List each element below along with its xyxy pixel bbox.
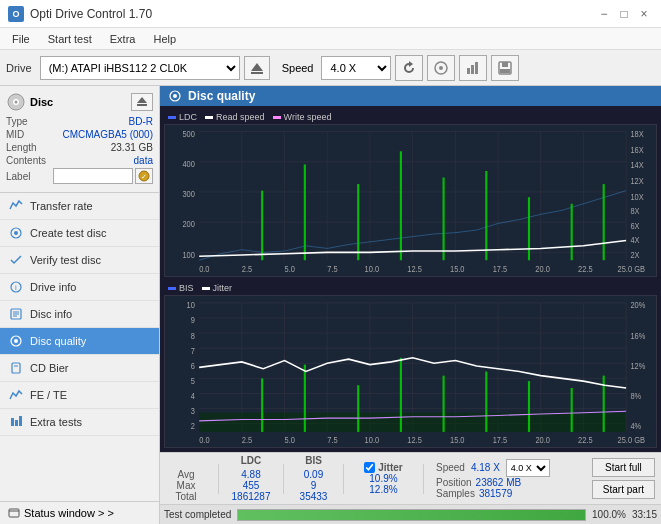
jitter-checkbox[interactable] [364, 462, 375, 473]
disc-contents-row: Contents data [6, 155, 153, 166]
read-speed-legend: Read speed [205, 112, 265, 122]
svg-text:8%: 8% [630, 390, 641, 401]
drive-info-icon: i [8, 279, 24, 295]
svg-text:20.0: 20.0 [535, 263, 550, 274]
start-full-button[interactable]: Start full [592, 458, 655, 477]
contents-value: data [134, 155, 153, 166]
svg-rect-108 [304, 365, 306, 432]
stats-bar: Avg Max Total LDC 4.88 455 1861287 BIS 0… [160, 452, 661, 504]
bis-avg: 0.09 [304, 469, 323, 480]
speed-stat-select[interactable]: 4.0 X [506, 459, 550, 477]
svg-text:5.0: 5.0 [285, 434, 296, 445]
sidebar-item-disc-info[interactable]: Disc info [0, 301, 159, 328]
svg-marker-0 [251, 63, 263, 71]
sidebar-item-extra-tests[interactable]: Extra tests [0, 409, 159, 436]
speed-label: Speed [282, 62, 314, 74]
svg-text:15.0: 15.0 [450, 434, 465, 445]
label-set-button[interactable]: ✓ [135, 168, 153, 184]
svg-rect-111 [443, 376, 445, 432]
app-title: Opti Drive Control 1.70 [30, 7, 152, 21]
minimize-button[interactable]: − [595, 5, 613, 23]
app-icon: O [8, 6, 24, 22]
svg-rect-8 [502, 62, 508, 67]
svg-text:17.5: 17.5 [493, 263, 508, 274]
svg-rect-106 [199, 413, 626, 432]
svg-rect-32 [9, 509, 19, 517]
sidebar-item-disc-quality[interactable]: Disc quality [0, 328, 159, 355]
refresh-button[interactable] [395, 55, 423, 81]
sidebar-item-cd-bier[interactable]: CD Bier [0, 355, 159, 382]
svg-rect-53 [304, 164, 306, 260]
write-speed-dot [273, 116, 281, 119]
eject-button[interactable] [244, 56, 270, 80]
disc-quality-icon [8, 333, 24, 349]
save-button[interactable] [491, 55, 519, 81]
status-window-button[interactable]: Status window > > [0, 501, 159, 524]
fe-te-icon [8, 387, 24, 403]
label-input[interactable] [53, 168, 133, 184]
disc-eject-button[interactable] [131, 93, 153, 111]
disc-info-icon [8, 306, 24, 322]
speed-select[interactable]: 4.0 X [321, 56, 391, 80]
jitter-checkbox-row[interactable]: Jitter [364, 462, 402, 473]
progress-percent: 100.0% [592, 509, 626, 520]
svg-text:2X: 2X [630, 249, 639, 260]
total-label: Total [175, 491, 196, 502]
mid-value: CMCMAGBA5 (000) [62, 129, 153, 140]
top-chart-svg: 500 400 300 200 100 18X 16X 14X 12X 10X … [165, 125, 656, 276]
menu-help[interactable]: Help [145, 31, 184, 47]
extra-tests-icon [8, 414, 24, 430]
length-value: 23.31 GB [111, 142, 153, 153]
chart-button[interactable] [459, 55, 487, 81]
svg-rect-14 [137, 104, 147, 106]
svg-text:2: 2 [191, 420, 195, 431]
ldc-stats: LDC 4.88 455 1861287 [231, 455, 271, 502]
type-value: BD-R [129, 116, 153, 127]
sidebar-item-transfer-rate[interactable]: Transfer rate [0, 193, 159, 220]
bis-header: BIS [305, 455, 322, 469]
label-label: Label [6, 171, 30, 182]
ldc-total: 1861287 [232, 491, 271, 502]
svg-text:300: 300 [182, 188, 195, 199]
svg-text:17.5: 17.5 [493, 434, 508, 445]
transfer-rate-icon [8, 198, 24, 214]
ldc-legend: LDC [168, 112, 197, 122]
svg-point-12 [15, 101, 18, 104]
stats-labels: Avg Max Total [166, 455, 206, 502]
create-test-disc-icon [8, 225, 24, 241]
bis-legend: BIS [168, 283, 194, 293]
sidebar-item-drive-info[interactable]: i Drive info [0, 274, 159, 301]
eject-icon [250, 61, 264, 75]
svg-text:100: 100 [182, 249, 195, 260]
menu-extra[interactable]: Extra [102, 31, 144, 47]
ldc-header: LDC [241, 455, 262, 469]
speed-row: Speed 4.18 X 4.0 X [436, 459, 550, 477]
svg-rect-29 [11, 418, 14, 426]
svg-text:20%: 20% [630, 299, 645, 310]
start-part-button[interactable]: Start part [592, 480, 655, 499]
maximize-button[interactable]: □ [615, 5, 633, 23]
menu-file[interactable]: File [4, 31, 38, 47]
length-label: Length [6, 142, 37, 153]
svg-text:200: 200 [182, 219, 195, 230]
ldc-avg: 4.88 [241, 469, 260, 480]
menu-start-test[interactable]: Start test [40, 31, 100, 47]
svg-rect-54 [357, 184, 359, 260]
svg-text:✓: ✓ [141, 173, 147, 180]
titlebar-left: O Opti Drive Control 1.70 [8, 6, 152, 22]
sidebar-item-verify-test-disc[interactable]: Verify test disc [0, 247, 159, 274]
svg-rect-4 [467, 68, 470, 74]
svg-rect-52 [261, 191, 263, 261]
disc-button[interactable] [427, 55, 455, 81]
disc-mid-row: MID CMCMAGBA5 (000) [6, 129, 153, 140]
speed-stat-label: Speed [436, 462, 465, 473]
sidebar-item-fe-te[interactable]: FE / TE [0, 382, 159, 409]
label-set-icon: ✓ [138, 170, 150, 182]
mid-label: MID [6, 129, 24, 140]
close-button[interactable]: × [635, 5, 653, 23]
content-header-label: Disc quality [188, 89, 255, 103]
svg-text:2.5: 2.5 [242, 434, 253, 445]
progress-time: 33:15 [632, 509, 657, 520]
drive-select[interactable]: (M:) ATAPI iHBS112 2 CL0K [40, 56, 240, 80]
sidebar-item-create-test-disc[interactable]: Create test disc [0, 220, 159, 247]
